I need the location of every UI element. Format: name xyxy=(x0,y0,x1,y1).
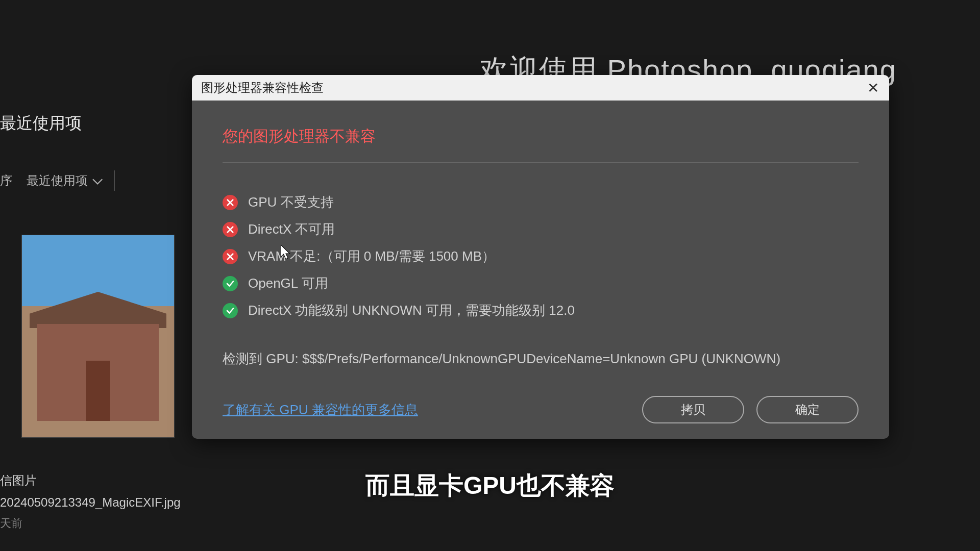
recent-dropdown[interactable]: 最近使用项 xyxy=(27,172,100,189)
file-title: 信图片 xyxy=(0,469,181,491)
check-text: OpenGL 可用 xyxy=(248,274,328,292)
gpu-compat-dialog: 图形处理器兼容性检查 ✕ 您的图形处理器不兼容 GPU 不受支持DirectX … xyxy=(192,75,889,439)
check-fail-icon xyxy=(223,195,238,210)
check-fail-icon xyxy=(223,222,238,237)
learn-more-link[interactable]: 了解有关 GPU 兼容性的更多信息 xyxy=(223,401,418,419)
check-row: DirectX 功能级别 UNKNOWN 可用，需要功能级别 12.0 xyxy=(223,302,859,319)
dialog-titlebar: 图形处理器兼容性检查 ✕ xyxy=(192,75,889,101)
copy-button[interactable]: 拷贝 xyxy=(642,396,744,423)
file-age: 天前 xyxy=(0,513,181,534)
check-row: DirectX 不可用 xyxy=(223,220,859,238)
check-ok-icon xyxy=(223,276,238,291)
check-row: GPU 不受支持 xyxy=(223,193,859,211)
check-text: VRAM 不足:（可用 0 MB/需要 1500 MB） xyxy=(248,247,495,265)
check-fail-icon xyxy=(223,249,238,264)
ok-button[interactable]: 确定 xyxy=(756,396,859,423)
chevron-down-icon xyxy=(92,174,103,185)
recent-thumbnail[interactable] xyxy=(21,235,175,438)
check-ok-icon xyxy=(223,303,238,318)
recent-dropdown-label: 最近使用项 xyxy=(27,172,88,189)
check-row: OpenGL 可用 xyxy=(223,274,859,292)
file-metadata: 信图片 20240509213349_MagicEXIF.jpg 天前 xyxy=(0,469,181,534)
detected-gpu-text: 检测到 GPU: $$$/Prefs/Performance/UnknownGP… xyxy=(223,350,859,368)
check-text: GPU 不受支持 xyxy=(248,193,334,211)
file-name: 20240509213349_MagicEXIF.jpg xyxy=(0,491,181,513)
dialog-title: 图形处理器兼容性检查 xyxy=(201,80,324,96)
alert-heading: 您的图形处理器不兼容 xyxy=(223,126,859,163)
video-subtitle: 而且显卡GPU也不兼容 xyxy=(365,469,615,502)
check-row: VRAM 不足:（可用 0 MB/需要 1500 MB） xyxy=(223,247,859,265)
recent-heading: 最近使用项 xyxy=(0,112,115,135)
close-icon[interactable]: ✕ xyxy=(864,80,882,96)
check-text: DirectX 功能级别 UNKNOWN 可用，需要功能级别 12.0 xyxy=(248,302,575,319)
check-text: DirectX 不可用 xyxy=(248,220,335,238)
sort-label[interactable]: 序 xyxy=(0,172,12,189)
divider xyxy=(114,170,115,191)
